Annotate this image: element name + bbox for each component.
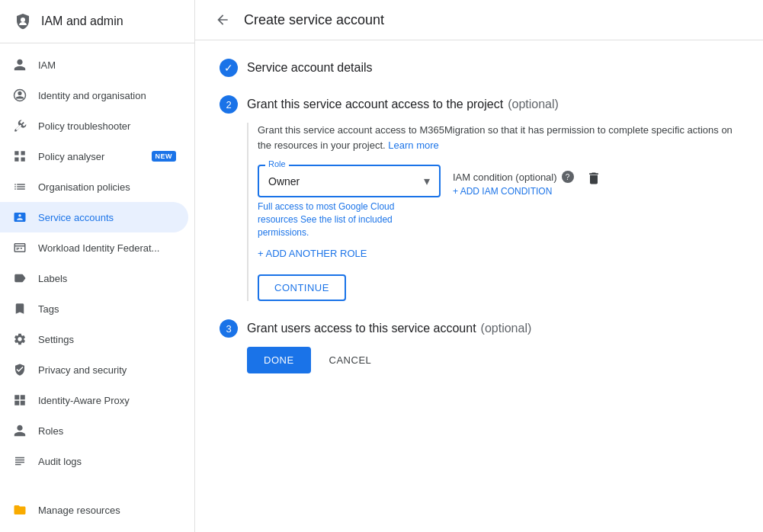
step2-description: Grant this service account access to M36… bbox=[258, 123, 739, 152]
svg-point-0 bbox=[21, 18, 25, 22]
sidebar-item-iam-label: IAM bbox=[38, 59, 176, 71]
sidebar-item-manage-resources-label: Manage resources bbox=[38, 505, 182, 516]
step2-title: Grant this service account access to the… bbox=[247, 98, 503, 111]
sidebar-title: IAM and admin bbox=[41, 14, 123, 28]
person-icon bbox=[12, 57, 27, 72]
step2-content: Grant this service account access to M36… bbox=[247, 123, 739, 301]
sidebar-item-policy-analyser-label: Policy analyser bbox=[38, 151, 147, 162]
sidebar-item-tags-label: Tags bbox=[38, 303, 176, 315]
iam-condition-column: IAM condition (optional) ? + ADD IAM CON… bbox=[453, 171, 574, 197]
done-button[interactable]: DONE bbox=[247, 347, 311, 373]
sidebar-item-release-notes[interactable]: Release notes bbox=[0, 525, 194, 532]
sidebar-item-audit-logs-label: Audit logs bbox=[38, 456, 176, 467]
sidebar-item-tags[interactable]: Tags bbox=[0, 293, 188, 324]
folder-star-icon bbox=[12, 502, 27, 518]
iam-condition-row: IAM condition (optional) ? bbox=[453, 171, 574, 183]
step1-title: Service account details bbox=[247, 61, 373, 75]
sidebar-item-identity-aware-proxy[interactable]: Identity-Aware Proxy bbox=[0, 385, 188, 415]
sidebar-item-roles[interactable]: Roles bbox=[0, 415, 188, 446]
id-card-icon bbox=[12, 240, 27, 255]
step1-check-circle: ✓ bbox=[220, 59, 238, 77]
continue-button[interactable]: CONTINUE bbox=[258, 274, 346, 301]
sidebar-item-manage-resources[interactable]: Manage resources bbox=[0, 495, 194, 525]
sidebar-item-policy-troubleshooter-label: Policy troubleshooter bbox=[38, 120, 176, 132]
step3-section: 3 Grant users access to this service acc… bbox=[220, 319, 739, 373]
new-badge: NEW bbox=[152, 151, 177, 162]
role-label: Role bbox=[265, 159, 289, 168]
role-dropdown[interactable]: Owner ▾ bbox=[259, 166, 439, 196]
gear-icon bbox=[12, 332, 27, 347]
step3-number: 3 bbox=[220, 319, 238, 338]
add-another-role-button[interactable]: + ADD ANOTHER ROLE bbox=[258, 248, 739, 259]
sidebar-item-policy-analyser[interactable]: Policy analyser NEW bbox=[0, 141, 188, 171]
sidebar-item-privacy-security-label: Privacy and security bbox=[38, 364, 176, 376]
sidebar-item-org-policies-label: Organisation policies bbox=[38, 181, 176, 193]
person-star-icon bbox=[12, 423, 27, 438]
shield-check-icon bbox=[12, 362, 27, 377]
chevron-down-icon: ▾ bbox=[424, 174, 430, 188]
sidebar-item-labels-label: Labels bbox=[38, 273, 176, 284]
cancel-button[interactable]: CANCEL bbox=[320, 348, 381, 372]
delete-role-button[interactable] bbox=[586, 171, 601, 190]
tag-icon bbox=[12, 271, 27, 286]
iam-admin-icon bbox=[12, 11, 34, 32]
step3-title: Grant users access to this service accou… bbox=[247, 322, 476, 335]
sidebar-item-labels[interactable]: Labels bbox=[0, 263, 188, 293]
sidebar-item-identity-aware-proxy-label: Identity-Aware Proxy bbox=[38, 395, 176, 406]
step2-optional: (optional) bbox=[508, 98, 559, 111]
list2-icon bbox=[12, 453, 27, 469]
sidebar-item-workload-identity-label: Workload Identity Federat... bbox=[38, 242, 176, 254]
help-icon[interactable]: ? bbox=[562, 171, 574, 183]
main-content: Create service account ✓ Service account… bbox=[195, 0, 763, 532]
sidebar-item-settings-label: Settings bbox=[38, 334, 176, 345]
bookmark-icon bbox=[12, 301, 27, 316]
sidebar-item-settings[interactable]: Settings bbox=[0, 324, 188, 354]
step3-header: 3 Grant users access to this service acc… bbox=[220, 319, 739, 338]
sidebar-item-identity-org-label: Identity and organisation bbox=[38, 90, 176, 101]
page-title: Create service account bbox=[244, 12, 384, 28]
step2-number: 2 bbox=[220, 95, 238, 114]
grid2-icon bbox=[12, 393, 27, 408]
sidebar-item-workload-identity[interactable]: Workload Identity Federat... bbox=[0, 232, 188, 263]
person-card-icon bbox=[12, 210, 27, 225]
step3-optional: (optional) bbox=[481, 322, 532, 335]
sidebar-footer: Manage resources Release notes bbox=[0, 489, 194, 532]
step3-buttons: DONE CANCEL bbox=[247, 347, 739, 373]
step2-header: 2 Grant this service account access to t… bbox=[220, 95, 739, 114]
sidebar-item-service-accounts[interactable]: Service accounts bbox=[0, 202, 188, 232]
step2-section: 2 Grant this service account access to t… bbox=[220, 95, 739, 301]
role-select-container: Role Owner ▾ bbox=[258, 165, 441, 197]
back-button[interactable] bbox=[213, 11, 232, 29]
add-iam-condition-button[interactable]: + ADD IAM CONDITION bbox=[453, 186, 574, 197]
circle-person-icon bbox=[12, 88, 27, 103]
grid-icon bbox=[12, 149, 27, 164]
step1-section: ✓ Service account details bbox=[220, 59, 739, 77]
sidebar-item-identity-org[interactable]: Identity and organisation bbox=[0, 80, 188, 111]
wrench-icon bbox=[12, 118, 27, 133]
sidebar: IAM and admin IAM Identity and organisat… bbox=[0, 0, 195, 532]
sidebar-header: IAM and admin bbox=[0, 0, 194, 43]
sidebar-item-privacy-security[interactable]: Privacy and security bbox=[0, 354, 188, 385]
sidebar-item-iam[interactable]: IAM bbox=[0, 50, 188, 80]
iam-condition-label: IAM condition (optional) bbox=[453, 171, 557, 183]
sidebar-item-roles-label: Roles bbox=[38, 425, 176, 437]
role-hint: Full access to most Google Cloudresource… bbox=[258, 200, 441, 239]
sidebar-item-audit-logs[interactable]: Audit logs bbox=[0, 446, 188, 476]
content-area: ✓ Service account details 2 Grant this s… bbox=[195, 40, 763, 532]
sidebar-item-org-policies[interactable]: Organisation policies bbox=[0, 171, 188, 202]
sidebar-item-service-accounts-label: Service accounts bbox=[38, 212, 176, 223]
sidebar-item-policy-troubleshooter[interactable]: Policy troubleshooter bbox=[0, 111, 188, 141]
learn-more-link[interactable]: Learn more bbox=[388, 139, 438, 151]
role-value: Owner bbox=[268, 175, 300, 187]
role-row: Role Owner ▾ Full access to most Google … bbox=[258, 165, 739, 239]
topbar: Create service account bbox=[195, 0, 763, 40]
sidebar-nav: IAM Identity and organisation Policy tro… bbox=[0, 43, 194, 482]
step3-content: DONE CANCEL bbox=[247, 347, 739, 373]
list-icon bbox=[12, 179, 27, 194]
step1-header: ✓ Service account details bbox=[220, 59, 739, 77]
